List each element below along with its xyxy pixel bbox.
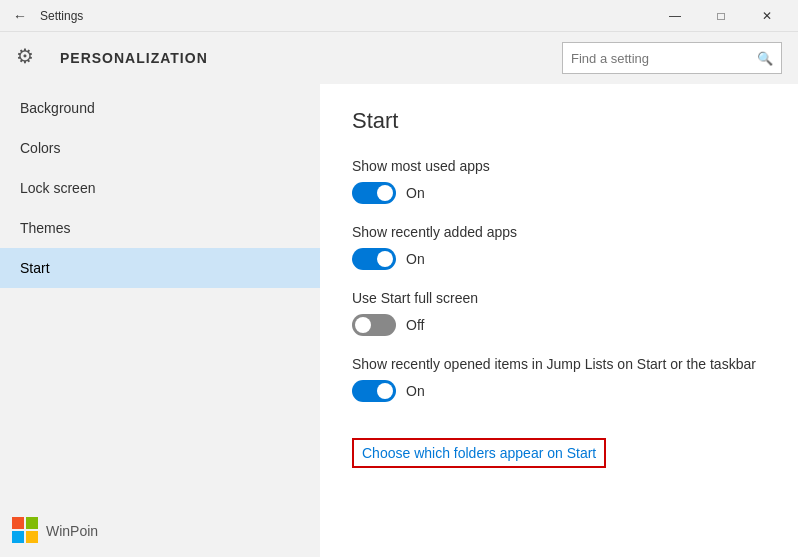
svg-rect-0 xyxy=(12,517,24,529)
back-button[interactable]: ← xyxy=(8,4,32,28)
gear-icon: ⚙ xyxy=(16,44,44,72)
toggle-label-recently-added: On xyxy=(406,251,425,267)
titlebar-controls: — □ ✕ xyxy=(652,0,790,32)
close-button[interactable]: ✕ xyxy=(744,0,790,32)
setting-full-screen: Use Start full screen Off xyxy=(352,290,766,336)
toggle-label-full-screen: Off xyxy=(406,317,424,333)
setting-jump-lists: Show recently opened items in Jump Lists… xyxy=(352,356,766,402)
toggle-jump-lists[interactable] xyxy=(352,380,396,402)
setting-control-recently-added: On xyxy=(352,248,766,270)
page-title: Start xyxy=(352,108,766,134)
svg-rect-1 xyxy=(26,517,38,529)
main-content: Start Show most used apps On Show recent… xyxy=(320,84,798,557)
titlebar: ← Settings — □ ✕ xyxy=(0,0,798,32)
sidebar-item-background[interactable]: Background xyxy=(0,88,320,128)
windows-logo-icon xyxy=(12,517,40,545)
titlebar-title: Settings xyxy=(40,9,83,23)
toggle-full-screen[interactable] xyxy=(352,314,396,336)
toggle-most-used[interactable] xyxy=(352,182,396,204)
titlebar-left: ← Settings xyxy=(8,4,83,28)
setting-control-jump-lists: On xyxy=(352,380,766,402)
svg-rect-3 xyxy=(26,531,38,543)
setting-label-jump-lists: Show recently opened items in Jump Lists… xyxy=(352,356,766,372)
setting-label-full-screen: Use Start full screen xyxy=(352,290,766,306)
brand-label: WinPoin xyxy=(46,523,98,539)
header-bar: ⚙ PERSONALIZATION 🔍 xyxy=(0,32,798,84)
maximize-button[interactable]: □ xyxy=(698,0,744,32)
folders-link[interactable]: Choose which folders appear on Start xyxy=(362,445,596,461)
setting-control-most-used: On xyxy=(352,182,766,204)
toggle-label-most-used: On xyxy=(406,185,425,201)
svg-rect-2 xyxy=(12,531,24,543)
setting-control-full-screen: Off xyxy=(352,314,766,336)
content-area: Background Colors Lock screen Themes Sta… xyxy=(0,84,798,557)
search-box: 🔍 xyxy=(562,42,782,74)
sidebar-footer: WinPoin xyxy=(12,517,98,545)
sidebar-wrapper: Background Colors Lock screen Themes Sta… xyxy=(0,84,320,557)
folders-link-box: Choose which folders appear on Start xyxy=(352,438,606,468)
sidebar-item-start[interactable]: Start xyxy=(0,248,320,288)
sidebar: Background Colors Lock screen Themes Sta… xyxy=(0,84,320,288)
sidebar-item-colors[interactable]: Colors xyxy=(0,128,320,168)
sidebar-item-themes[interactable]: Themes xyxy=(0,208,320,248)
sidebar-item-lock-screen[interactable]: Lock screen xyxy=(0,168,320,208)
setting-most-used-apps: Show most used apps On xyxy=(352,158,766,204)
search-input[interactable] xyxy=(571,51,757,66)
app-title: PERSONALIZATION xyxy=(60,50,546,66)
setting-label-most-used: Show most used apps xyxy=(352,158,766,174)
setting-recently-added: Show recently added apps On xyxy=(352,224,766,270)
toggle-recently-added[interactable] xyxy=(352,248,396,270)
toggle-label-jump-lists: On xyxy=(406,383,425,399)
minimize-button[interactable]: — xyxy=(652,0,698,32)
setting-label-recently-added: Show recently added apps xyxy=(352,224,766,240)
search-icon: 🔍 xyxy=(757,51,773,66)
app-container: ⚙ PERSONALIZATION 🔍 Background Colors Lo… xyxy=(0,32,798,557)
